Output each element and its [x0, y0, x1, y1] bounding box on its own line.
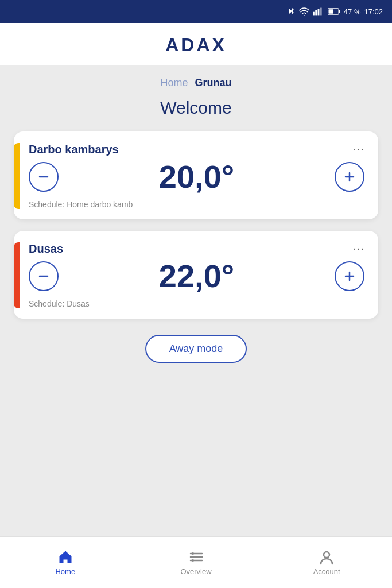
breadcrumb-current[interactable]: Grunau: [195, 77, 232, 89]
svg-point-18: [192, 559, 194, 562]
welcome-title: Welcome: [160, 98, 231, 118]
card-menu-dusas[interactable]: ···: [353, 242, 364, 254]
svg-rect-5: [339, 10, 340, 13]
breadcrumb-home[interactable]: Home: [160, 77, 188, 89]
card-body-darbo: Darbo kambarys ··· 20,0° Schedule: Hom: [29, 143, 364, 209]
status-icons: 47 % 17:02: [288, 6, 383, 17]
room-card-darbo: Darbo kambarys ··· 20,0° Schedule: Hom: [14, 131, 378, 219]
nav-label-overview: Overview: [180, 567, 211, 576]
card-header-darbo: Darbo kambarys ···: [29, 143, 364, 156]
app-logo: ADAX: [165, 34, 227, 56]
temperature-darbo: 20,0°: [159, 161, 234, 193]
bluetooth-icon: [288, 6, 296, 17]
svg-point-17: [192, 556, 194, 558]
decrease-btn-dusas[interactable]: [29, 261, 59, 291]
decrease-btn-darbo[interactable]: [29, 162, 59, 192]
overview-icon: [188, 549, 204, 565]
nav-item-account[interactable]: Account: [261, 549, 392, 576]
wifi-icon: [299, 7, 309, 16]
breadcrumb: Home Grunau: [160, 77, 231, 89]
time-display: 17:02: [364, 7, 383, 16]
main-content: Home Grunau Welcome Darbo kambarys ··· 2…: [0, 65, 392, 536]
battery-percentage: 47 %: [344, 7, 361, 16]
nav-item-overview[interactable]: Overview: [131, 549, 262, 576]
card-menu-darbo[interactable]: ···: [353, 143, 364, 154]
svg-rect-1: [315, 10, 317, 16]
svg-rect-0: [313, 12, 315, 16]
away-mode-button[interactable]: Away mode: [145, 335, 247, 363]
home-icon: [57, 549, 73, 565]
room-name-darbo: Darbo kambarys: [29, 143, 119, 156]
svg-point-19: [324, 552, 329, 558]
svg-rect-6: [328, 9, 333, 13]
nav-label-home: Home: [55, 567, 75, 576]
card-controls-dusas: 22,0°: [29, 260, 364, 292]
card-body-dusas: Dusas ··· 22,0° Schedule: Dusas: [29, 242, 364, 308]
nav-label-account: Account: [313, 567, 340, 576]
svg-point-16: [192, 552, 194, 555]
battery-icon: [328, 8, 340, 15]
room-card-dusas: Dusas ··· 22,0° Schedule: Dusas: [14, 231, 378, 319]
svg-rect-2: [317, 9, 319, 16]
card-header-dusas: Dusas ···: [29, 242, 364, 256]
signal-icon: [313, 7, 324, 16]
card-controls-darbo: 20,0°: [29, 161, 364, 193]
card-accent-bar-yellow: [14, 143, 20, 209]
increase-btn-darbo[interactable]: [335, 162, 364, 192]
bottom-nav: Home Overview Account: [0, 536, 392, 588]
schedule-dusas: Schedule: Dusas: [29, 299, 364, 308]
app-header: ADAX: [0, 23, 392, 65]
nav-item-home[interactable]: Home: [0, 549, 131, 576]
increase-btn-dusas[interactable]: [335, 261, 364, 291]
room-name-dusas: Dusas: [29, 242, 63, 256]
card-accent-bar-orange: [14, 242, 20, 308]
schedule-darbo: Schedule: Home darbo kamb: [29, 200, 364, 209]
account-icon: [319, 549, 335, 565]
svg-rect-3: [320, 8, 322, 16]
temperature-dusas: 22,0°: [159, 260, 234, 292]
status-bar: 47 % 17:02: [0, 0, 392, 23]
